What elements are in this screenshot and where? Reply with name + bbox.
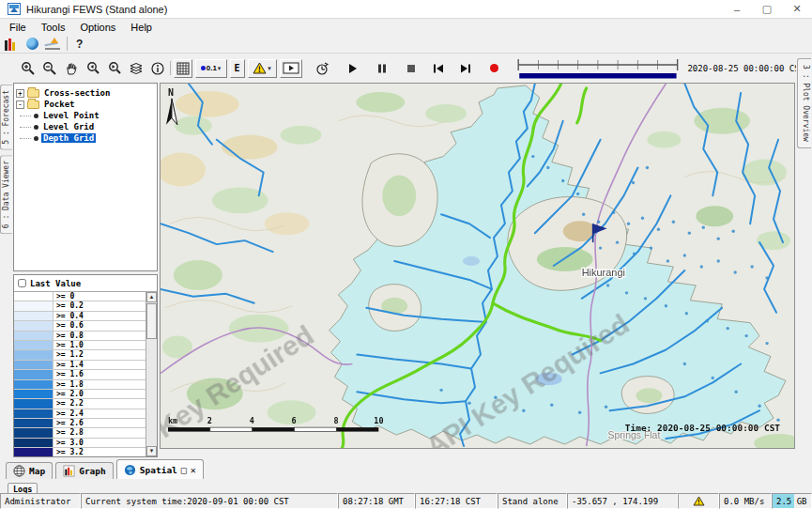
scale-ruler-button[interactable]: E <box>230 59 245 78</box>
expand-icon[interactable]: + <box>16 89 24 98</box>
collapse-icon[interactable]: - <box>16 100 24 109</box>
globe-wireframe-icon <box>13 465 25 477</box>
legend-color-swatch <box>14 332 54 340</box>
legend-row: >= 0.8 <box>14 332 146 341</box>
tree-node-pocket[interactable]: - Pocket <box>16 99 155 110</box>
map-time-label: Time: 2020-08-25 00:00:00 CST <box>625 423 781 433</box>
tree-node-label[interactable]: Level Grid <box>41 122 96 131</box>
tree-node-label[interactable]: Level Point <box>41 111 101 120</box>
record-button[interactable] <box>485 59 504 78</box>
legend-row: >= 1.8 <box>14 380 146 390</box>
info-icon[interactable] <box>148 59 167 78</box>
zoom-next-icon[interactable] <box>105 59 124 78</box>
svg-text:km: km <box>168 416 177 425</box>
legend-row-label: >= 0 <box>54 292 146 301</box>
tree-connector <box>20 138 31 139</box>
scroll-up-icon[interactable]: ▲ <box>146 292 157 302</box>
skip-to-start-button[interactable] <box>429 59 448 78</box>
tree-node-label[interactable]: Cross-section <box>42 88 112 98</box>
time-slider[interactable] <box>516 56 680 81</box>
tree-node-cross-section[interactable]: + Cross-section <box>16 87 155 99</box>
application-window: { "window": { "title": "Hikurangi FEWS (… <box>0 0 812 509</box>
tab-map[interactable]: Map <box>6 462 53 479</box>
pan-hand-icon[interactable] <box>62 59 81 78</box>
tab-forecast[interactable]: 5 : Forecast <box>0 85 12 150</box>
maximize-icon[interactable]: ▢ <box>752 0 782 18</box>
close-pane-icon[interactable]: ✕ <box>191 465 196 475</box>
stop-button[interactable] <box>402 59 421 78</box>
play-button[interactable] <box>344 59 362 78</box>
last-value-checkbox[interactable] <box>18 279 26 287</box>
warning-icon <box>253 62 267 74</box>
menu-item[interactable]: Help <box>123 22 160 33</box>
legend-color-swatch <box>14 399 54 408</box>
tab-spatial[interactable]: Spatial □ ✕ <box>116 459 204 479</box>
scrollbar-thumb[interactable] <box>146 303 157 339</box>
scroll-down-icon[interactable]: ▼ <box>146 446 157 456</box>
legend-row: >= 2.4 <box>14 409 146 419</box>
tree-node-label-selected[interactable]: Depth Grid <box>41 133 96 143</box>
title-bar: Hikurangi FEWS (Stand alone) – ▢ ✕ <box>0 0 812 19</box>
map-display-icon[interactable] <box>26 38 38 50</box>
status-coordinates: -35.657 , 174.199 <box>567 493 678 509</box>
thresholds-dropdown[interactable]: ▾ <box>248 59 277 78</box>
legend-row: >= 1.0 <box>14 341 146 350</box>
logs-row: Logs <box>0 479 812 493</box>
legend-color-swatch <box>14 428 54 437</box>
tree-node-depth-grid[interactable]: Depth Grid <box>16 132 155 144</box>
warning-icon <box>693 496 705 506</box>
legend-row-label: >= 1.2 <box>54 350 146 359</box>
restore-pane-icon[interactable]: □ <box>181 465 187 475</box>
legend-row: >= 2.0 <box>14 390 146 399</box>
legend-row-label: >= 2.2 <box>54 399 146 408</box>
window-controls: – ▢ ✕ <box>722 0 812 18</box>
status-throughput: 0.0 MB/s <box>719 493 772 509</box>
chevron-down-icon: ▾ <box>218 65 222 72</box>
legend-row: >= 0.2 <box>14 301 146 311</box>
layers-icon[interactable] <box>127 59 146 78</box>
toolbar-separator <box>170 61 171 75</box>
bar-chart-icon <box>63 465 75 477</box>
legend-row-label: >= 2.0 <box>54 390 146 398</box>
app-icon <box>8 3 21 15</box>
zoom-in-icon[interactable] <box>19 59 38 78</box>
map-viewport[interactable]: API Key Required API Key Required Hikura… <box>160 83 795 449</box>
status-system-time: Current system time:2020-09-01 00:00 CST <box>81 493 338 509</box>
legend-color-swatch <box>14 380 54 389</box>
status-warning-cell[interactable] <box>678 493 719 509</box>
database-status-icon[interactable] <box>5 38 20 51</box>
grid-display-icon[interactable] <box>174 59 192 78</box>
zoom-out-icon[interactable] <box>40 59 59 78</box>
menu-item[interactable]: Options <box>72 22 123 33</box>
zoom-previous-icon[interactable] <box>84 59 102 78</box>
interval-dot-icon <box>201 66 206 70</box>
menu-item[interactable]: File <box>2 22 34 33</box>
menu-item[interactable]: Tools <box>34 22 73 33</box>
last-value-label: Last Value <box>30 279 81 288</box>
tree-node-label[interactable]: Pocket <box>42 100 77 109</box>
chevron-down-icon: ▾ <box>268 65 271 72</box>
tree-connector <box>20 116 31 116</box>
timeseries-display-icon[interactable] <box>45 38 60 50</box>
legend-row-label: >= 0.2 <box>54 301 146 310</box>
legend-color-swatch <box>14 390 54 398</box>
town-label: Hikurangi <box>582 267 625 278</box>
skip-to-end-button[interactable] <box>456 59 475 78</box>
legend-row: >= 1.4 <box>14 361 146 370</box>
close-icon[interactable]: ✕ <box>782 0 812 18</box>
animation-delay-icon[interactable] <box>313 59 331 78</box>
minimize-icon[interactable]: – <box>722 0 752 18</box>
animation-movie-button[interactable] <box>280 59 302 78</box>
tree-node-level-grid[interactable]: Level Grid <box>16 121 155 132</box>
bullet-icon <box>34 136 38 141</box>
bullet-icon <box>34 114 38 118</box>
help-icon[interactable]: ? <box>74 38 84 51</box>
tab-graph[interactable]: Graph <box>55 462 114 479</box>
tree-node-level-point[interactable]: Level Point <box>16 110 155 121</box>
pause-button[interactable] <box>373 59 391 78</box>
legend-row-label: >= 2.4 <box>54 409 146 418</box>
class-interval-dropdown[interactable]: 0.1 ▾ <box>195 59 227 78</box>
legend-scrollbar[interactable]: ▲ ▼ <box>146 292 157 456</box>
tab-plot-overview[interactable]: 3 : Plot Overview <box>797 58 811 148</box>
tab-data-viewer[interactable]: 6 : Data Viewer <box>0 155 12 234</box>
